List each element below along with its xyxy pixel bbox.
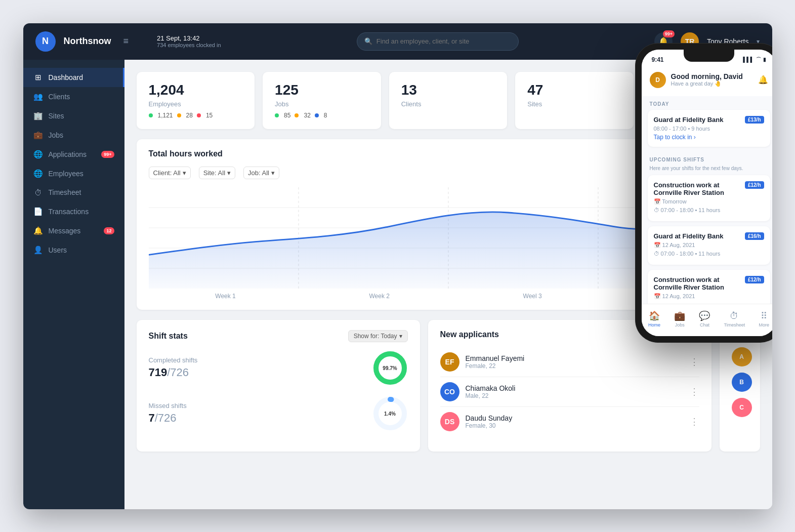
- filter-site-chevron-icon: ▾: [227, 169, 231, 177]
- filter-job-button[interactable]: Job: All ▾: [243, 167, 279, 179]
- applicant-row-2: CO Chiamaka Okoli Male, 22 ⋮: [440, 377, 699, 407]
- stat-jobs-number: 125: [275, 82, 369, 98]
- stat-employees-dots: 1,121 28 15: [149, 112, 243, 119]
- show-for-button[interactable]: Show for: Today ▾: [348, 330, 408, 342]
- hamburger-icon[interactable]: ≡: [123, 36, 129, 47]
- sidebar-label-applications: Applications: [49, 150, 87, 158]
- sidebar-item-employees[interactable]: 🌐 Employees: [23, 164, 124, 183]
- phone-nav-timesheet[interactable]: ⏱ Timesheet: [720, 309, 749, 330]
- phone-nav-more[interactable]: ⠿ More: [755, 308, 772, 330]
- sidebar-label-dashboard: Dashboard: [49, 73, 83, 81]
- stat-clients-number: 13: [401, 82, 495, 98]
- dot-blue-jobs-icon: [315, 113, 319, 117]
- missed-shifts-info: Missed shifts 7/726: [149, 402, 187, 425]
- phone-nav-chat[interactable]: 💬 Chat: [695, 308, 714, 330]
- sidebar-label-jobs: Jobs: [49, 131, 64, 139]
- dashboard-icon: ⊞: [33, 73, 44, 82]
- sidebar-label-clients: Clients: [49, 93, 70, 101]
- sidebar: ⊞ Dashboard 👥 Clients 🏢 Sites 💼 Jobs 🌐 A…: [23, 60, 124, 509]
- applicant-menu-3[interactable]: ⋮: [690, 416, 699, 427]
- applicant-name-3: Daudu Sunday: [466, 414, 684, 422]
- search-input[interactable]: [376, 37, 511, 45]
- phone-upcoming-shift-3-date: 📅 12 Aug, 2021: [654, 293, 764, 300]
- phone-greeting-sub: Have a great day 🤚: [671, 80, 758, 87]
- applicant-meta-1: Female, 22: [466, 362, 684, 370]
- sites-icon: 🏢: [33, 111, 44, 120]
- phone-upcoming-shift-1: Construction work at Cornville River Sta…: [648, 175, 770, 221]
- phone-nav-home-label: Home: [648, 322, 660, 328]
- phone-timesheet-icon: ⏱: [730, 311, 739, 321]
- phone-greeting-title: Good morning, David: [671, 72, 758, 80]
- applicant-menu-2[interactable]: ⋮: [690, 386, 699, 397]
- phone-clock-in-button[interactable]: Tap to clock in ›: [654, 134, 764, 141]
- stat-employees-number: 1,204: [149, 82, 243, 98]
- sidebar-item-users[interactable]: 👤 Users: [23, 240, 124, 260]
- show-for-chevron-icon: ▾: [399, 333, 402, 340]
- phone-today-shift-card: Guard at Fidelity Bank £13/h 08:00 - 17:…: [648, 110, 770, 147]
- applicant-menu-1[interactable]: ⋮: [690, 356, 699, 367]
- phone-upcoming-shift-1-title: Construction work at Cornville River Sta…: [654, 181, 745, 196]
- sidebar-item-transactions[interactable]: 📄 Transactions: [23, 202, 124, 221]
- phone-content: D Good morning, David Have a great day 🤚…: [642, 66, 772, 304]
- phone-clock-in-label: Tap to clock in ›: [654, 134, 696, 141]
- phone-upcoming-shift-2-date: 📅 12 Aug, 2021: [654, 242, 764, 249]
- completed-shifts-value: 719/726: [149, 366, 198, 379]
- phone-bell-icon[interactable]: 🔔: [758, 75, 768, 85]
- stat-dot-red-value: 15: [206, 112, 213, 119]
- sidebar-item-sites[interactable]: 🏢 Sites: [23, 106, 124, 126]
- stat-jobs-label: Jobs: [275, 100, 369, 108]
- applicant-avatar-3: DS: [440, 412, 459, 431]
- messages-badge: 12: [104, 227, 114, 234]
- phone-frame: 9:41 ▌▌▌ ⌒ ▮ D Good morning, Davi: [636, 44, 772, 342]
- missed-shifts-total: /726: [155, 412, 177, 424]
- completed-donut-chart: 99.7%: [372, 350, 408, 386]
- phone-jobs-icon: 💼: [674, 310, 685, 321]
- phone-greeting-text: Good morning, David Have a great day 🤚: [671, 72, 758, 87]
- phone-status-icons: ▌▌▌ ⌒ ▮: [743, 56, 766, 63]
- completed-shifts-total: /726: [167, 366, 189, 379]
- sidebar-item-dashboard[interactable]: ⊞ Dashboard: [23, 68, 124, 87]
- battery-icon: ▮: [763, 57, 766, 62]
- applicant-meta-2: Male, 22: [466, 392, 684, 399]
- phone-upcoming-shift-2: Guard at Fidelity Bank £16/h 📅 12 Aug, 2…: [648, 226, 770, 265]
- phone-today-shift-header: Guard at Fidelity Bank £13/h: [654, 116, 764, 124]
- phone-bottom-nav: 🏠 Home 💼 Jobs 💬 Chat ⏱ Timesheet: [642, 304, 772, 336]
- phone-today-rate-badge: £13/h: [745, 116, 764, 124]
- stat-clients-label: Clients: [401, 100, 495, 108]
- phone-today-shift-title: Guard at Fidelity Bank: [654, 116, 745, 124]
- phone-upcoming-shift-3-header: Construction work at Cornville River Sta…: [654, 276, 764, 291]
- applicant-info-1: Emmanuel Fayemi Female, 22: [466, 354, 684, 370]
- employee-avatar-2: B: [732, 373, 752, 392]
- filter-client-button[interactable]: Client: All ▾: [149, 167, 191, 179]
- applications-badge: 99+: [101, 151, 114, 158]
- completed-shifts-info: Completed shifts 719/726: [149, 356, 198, 379]
- search-bar[interactable]: 🔍: [357, 32, 519, 51]
- sidebar-item-clients[interactable]: 👥 Clients: [23, 87, 124, 106]
- phone-upcoming-shift-1-date: 📅 Tomorrow: [654, 198, 764, 205]
- sidebar-item-applications[interactable]: 🌐 Applications 99+: [23, 145, 124, 164]
- missed-shifts-label: Missed shifts: [149, 402, 187, 410]
- stat-sites-number: 47: [527, 82, 621, 98]
- applicant-avatar-1: EF: [440, 352, 459, 372]
- sidebar-label-employees: Employees: [49, 170, 83, 178]
- dot-orange-jobs-icon: [295, 113, 299, 117]
- phone-nav-jobs[interactable]: 💼 Jobs: [670, 308, 689, 330]
- shift-stats-header: Shift stats Show for: Today ▾: [149, 330, 408, 342]
- sidebar-item-timesheet[interactable]: ⏱ Timesheet: [23, 183, 124, 202]
- filter-client-chevron-icon: ▾: [183, 169, 186, 177]
- filter-site-button[interactable]: Site: All ▾: [199, 167, 235, 179]
- stat-dot-jobs-blue: 8: [324, 112, 327, 119]
- phone-upcoming-shift-1-time: ⏱ 07:00 - 18:00 • 11 hours: [654, 207, 764, 213]
- transactions-icon: 📄: [33, 207, 44, 216]
- sidebar-item-jobs[interactable]: 💼 Jobs: [23, 126, 124, 145]
- phone-upcoming-shift-1-rate: £12/h: [745, 181, 764, 189]
- dot-orange-icon: [177, 113, 181, 117]
- clients-icon: 👥: [33, 92, 44, 101]
- phone-nav-home[interactable]: 🏠 Home: [644, 308, 664, 330]
- applications-icon: 🌐: [33, 150, 44, 159]
- phone-nav-jobs-label: Jobs: [675, 322, 685, 328]
- applicant-info-2: Chiamaka Okoli Male, 22: [466, 384, 684, 399]
- stat-card-jobs: 125 Jobs 85 32 8: [263, 72, 381, 129]
- sidebar-item-messages[interactable]: 🔔 Messages 12: [23, 221, 124, 240]
- phone-screen: 9:41 ▌▌▌ ⌒ ▮ D Good morning, Davi: [642, 50, 772, 336]
